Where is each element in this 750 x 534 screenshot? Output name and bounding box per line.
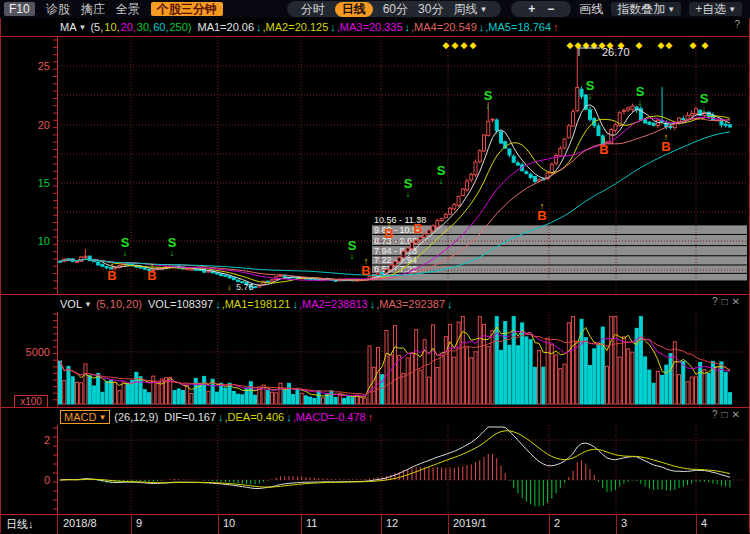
maximize-icon[interactable]: □ [722, 409, 732, 420]
sell-marker: S↓ [348, 238, 357, 261]
macd-params: (26,12,9) [114, 411, 164, 423]
ma-indicator-row: MA▼ (5,10,20,30,60,250) MA1=20.06↓,MA2=2… [1, 18, 749, 36]
macd-value: DIF=0.167 [164, 411, 216, 423]
macd-chart[interactable]: 20 [0, 425, 750, 514]
maximize-icon[interactable]: □ [722, 296, 732, 307]
down-arrow-icon: ↓ [479, 21, 485, 33]
close-icon[interactable]: ✕ [732, 409, 744, 420]
period-tab-周线[interactable]: 周线▼ [453, 1, 487, 18]
svg-text:B: B [661, 139, 670, 154]
volume-axis-label: 5000 [26, 346, 50, 358]
chevron-down-icon: ▼ [84, 300, 92, 309]
axis-separator [448, 515, 449, 534]
vol-values: VOL=108397↓,MA1=198121↓,MA2=238813↓,MA3=… [148, 298, 454, 310]
ma-value: ,MA2=20.125 [263, 21, 329, 33]
button-指数叠加[interactable]: 指数叠加▼ [611, 2, 681, 16]
svg-text:◆: ◆ [690, 40, 697, 50]
period-tab-分时[interactable]: 分时 [301, 1, 325, 18]
month-label: 3 [621, 517, 627, 529]
svg-text:B: B [599, 142, 608, 157]
price-axis-label: 25 [38, 60, 50, 72]
period-tab-日线[interactable]: 日线 [335, 2, 373, 17]
macd-axis-label: 0 [44, 474, 50, 486]
zoom-out-button[interactable]: − [547, 2, 554, 16]
help-icon[interactable]: ? [712, 409, 722, 420]
ma-param: 60, [153, 21, 168, 33]
svg-text:◆: ◆ [443, 40, 450, 50]
down-arrow-icon: ↓ [370, 298, 376, 310]
chevron-down-icon: ▼ [79, 23, 87, 32]
down-arrow-icon: ↓ [218, 411, 224, 423]
close-icon[interactable]: ✕ [732, 296, 744, 307]
macd-dropdown[interactable]: MACD▼ [60, 410, 110, 424]
svg-text:↓: ↓ [350, 251, 355, 261]
down-arrow-icon: ↓ [447, 298, 453, 310]
sell-marker: S↓ [168, 235, 177, 258]
ma-param: 30, [137, 21, 152, 33]
vol-params: (5,10,20) [96, 298, 148, 310]
zoom-in-button[interactable]: + [528, 2, 535, 16]
sell-marker: S↓ [484, 88, 493, 111]
month-label: 9 [136, 517, 142, 529]
month-label: 2018/8 [63, 517, 97, 529]
toolbar-left-tabs: F10诊股擒庄全景个股三分钟 [0, 1, 223, 18]
tab-全景[interactable]: 全景 [116, 2, 140, 16]
sell-marker: S↓ [636, 84, 645, 107]
up-arrow-icon: ↑ [368, 411, 374, 423]
sell-marker: S↓ [121, 235, 130, 258]
help-icon[interactable]: ? [734, 19, 744, 30]
month-label: 2019/1 [453, 517, 487, 529]
tab-擒庄[interactable]: 擒庄 [81, 2, 105, 16]
tab-个股三分钟[interactable]: 个股三分钟 [151, 2, 223, 16]
axis-period-dropdown[interactable]: 日线↓ [6, 517, 34, 532]
button-+自选[interactable]: +自选▼ [689, 2, 742, 16]
help-icon[interactable]: ? [712, 296, 722, 307]
svg-text:B: B [147, 268, 156, 283]
tab-诊股[interactable]: 诊股 [46, 2, 70, 16]
vol-dropdown[interactable]: VOL▼ [60, 298, 92, 310]
axis-separator [616, 515, 617, 534]
svg-text:◆: ◆ [636, 40, 643, 50]
svg-text:↓: ↓ [406, 189, 411, 199]
down-arrow-icon: ↓ [28, 518, 34, 530]
sell-marker: S↓ [586, 78, 595, 101]
axis-separator [301, 515, 302, 534]
macd-value: ,DEA=0.406 [225, 411, 285, 423]
ma-dropdown[interactable]: MA▼ [60, 21, 86, 33]
buy-marker: ↑B [599, 135, 608, 157]
svg-text:↓: ↓ [486, 101, 491, 111]
sell-marker: S↓ [404, 176, 413, 199]
period-tab-30分[interactable]: 30分 [418, 1, 443, 18]
ma-value: MA1=20.06 [197, 21, 254, 33]
svg-text:◆: ◆ [452, 40, 459, 50]
macd-indicator-row: MACD▼ (26,12,9) DIF=0.167↓,DEA=0.406↓,MA… [1, 407, 749, 426]
svg-text:◆: ◆ [567, 40, 574, 50]
toolbar-right-buttons: 画线指数叠加▼+自选▼ [571, 1, 742, 18]
svg-text:↓: ↓ [638, 97, 643, 107]
vol-value: ,MA2=238813 [299, 298, 368, 310]
main-candlestick-chart[interactable]: 10.56 - 11.389.60 - 10.568.73 - 9.607.94… [0, 36, 750, 294]
toolbar-right: 画线指数叠加▼+自选▼ ▶| [571, 1, 750, 18]
vol-param: 10, [110, 298, 125, 310]
zoom-pill: + − [511, 1, 571, 17]
down-arrow-icon: ↓ [330, 21, 336, 33]
ma-row-icons: ? [734, 19, 744, 30]
period-tab-60分[interactable]: 60分 [383, 1, 408, 18]
axis-separator [696, 515, 697, 534]
up-arrow-icon: ↑ [553, 21, 559, 33]
volume-chart[interactable]: 5000 [0, 312, 750, 407]
tab-F10[interactable]: F10 [4, 2, 35, 16]
button-画线[interactable]: 画线 [579, 2, 603, 16]
month-label: 12 [386, 517, 398, 529]
ma-param: (5, [90, 21, 103, 33]
axis-separator [218, 515, 219, 534]
month-label: 11 [306, 517, 317, 529]
svg-text:◆: ◆ [461, 40, 468, 50]
ma-params: (5,10,20,30,60,250) [90, 21, 197, 33]
ma-param: 10, [104, 21, 119, 33]
ma-value: ,MA3=20.335 [337, 21, 403, 33]
ma-value: ,MA5=18.764 [485, 21, 551, 33]
buy-marker: ↑B [107, 261, 116, 283]
low-price-annotation: 5.76 [236, 282, 254, 292]
svg-text:↓: ↓ [170, 248, 175, 258]
